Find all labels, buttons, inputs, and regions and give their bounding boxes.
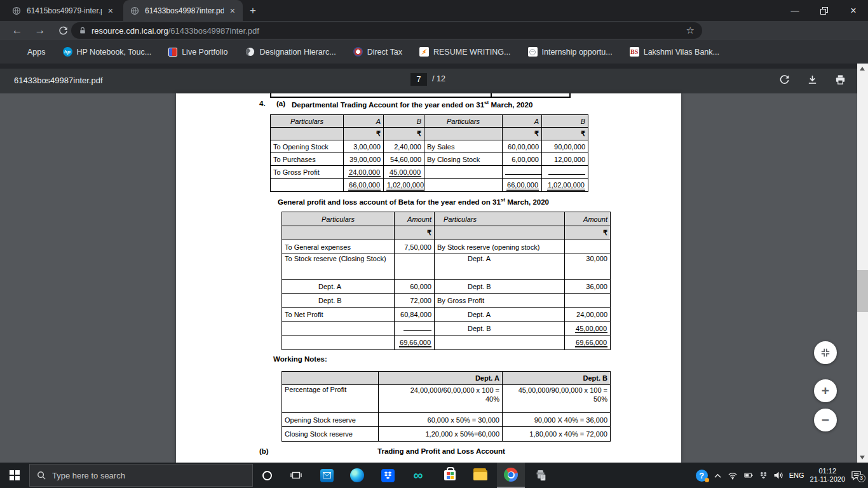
taskbar: ∞ ? ENG 01:1221-11-2020 3 [0,463,868,488]
search-icon [37,471,46,480]
clock[interactable]: 01:1221-11-2020 [810,467,845,484]
download-icon[interactable] [806,73,818,86]
volume-icon[interactable] [773,471,783,480]
bookmark-internship[interactable]: Internship opportu... [528,47,613,57]
hidden-icons-chevron[interactable] [714,473,722,478]
bookmark-live-portfolio[interactable]: Live Portfolio [168,48,227,57]
help-tray-icon[interactable]: ? [696,470,708,482]
cortana-icon [262,471,272,480]
print-icon[interactable] [834,73,846,86]
lock-icon [79,26,86,35]
windows-logo-icon [10,470,20,480]
hp-logo-icon: hp [63,47,72,57]
search-input[interactable] [52,471,230,480]
maximize-button[interactable] [810,0,839,21]
edge-browser-button[interactable] [343,463,371,488]
bs-logo-icon: BS [630,47,639,57]
cortana-button[interactable] [253,463,281,488]
scroll-up-arrow[interactable] [860,67,865,71]
table-row: Percentage of Profit 24,00,000/60,00,000… [282,385,611,413]
table-row: To General expenses7,50,000By Stock rese… [282,240,611,254]
tab-close-icon[interactable]: × [229,6,236,16]
apps-grid-icon [13,47,23,57]
bookmark-direct-tax[interactable]: Direct Tax [353,47,402,57]
close-button[interactable]: × [839,0,868,21]
table-row: To Purchases39,00,00054,60,000By Closing… [271,153,588,166]
dropbox-icon [381,469,395,482]
previous-table-remnant [270,93,571,98]
globe-icon [245,47,255,57]
fit-page-button[interactable] [814,341,837,364]
resume-icon [419,47,429,57]
notification-badge: 3 [857,474,865,482]
loom-app-button[interactable]: ∞ [404,463,432,488]
url-text: resource.cdn.icai.org/61433bos49987inter… [92,26,259,36]
departmental-trading-table: ParticularsABParticularsAB ₹₹₹₹ To Openi… [270,114,588,192]
new-tab-button[interactable]: + [245,3,261,18]
currency-row: ₹₹₹₹ [271,128,588,140]
bookmark-hp-notebook[interactable]: hp HP Notebook, Touc... [63,47,152,57]
wifi-icon[interactable] [728,471,738,480]
tab-1[interactable]: 61415bos49979-inter.pdf × [5,0,121,21]
back-icon[interactable]: ← [9,22,25,39]
page-number-input[interactable]: 7 [410,73,427,86]
table-row: To Stock reserve (Closing Stock)Dept. A3… [282,254,611,280]
working-notes-table: Dept. ADept. B Percentage of Profit 24,0… [281,371,611,442]
question-number: 4. [259,100,266,107]
currency-row: ₹₹ [282,226,611,240]
table-total-row: 66,00,0001,02,00,00066,00,0001,02,00,000 [271,179,588,192]
zoom-in-button[interactable]: + [814,379,837,402]
circle-minus-icon [528,47,538,57]
bookmark-apps[interactable]: Apps [13,47,46,57]
bookmark-designation-hierarchy[interactable]: Designation Hierarc... [245,47,336,57]
reload-icon[interactable] [55,22,71,39]
tab-close-icon[interactable]: × [107,6,114,16]
table-row: Closing Stock reserve1,20,000 x 50%=60,0… [282,427,611,442]
bookmark-resume-writing[interactable]: RESUME WRITING... [419,47,511,57]
store-icon [444,470,456,480]
file-explorer-button[interactable] [466,463,494,488]
chrome-icon [504,468,518,482]
infinity-icon: ∞ [414,469,423,482]
window-controls: — × [780,0,868,21]
table-row: To Net Profit60,84,000Dept. A24,00,000 [282,308,611,322]
microsoft-store-button[interactable] [436,463,464,488]
forward-icon[interactable]: → [32,22,48,39]
scanner-app-button[interactable] [527,463,555,488]
question-part: (a) [276,100,285,107]
url-field[interactable]: resource.cdn.icai.org/61433bos49987inter… [71,22,702,39]
table-header-row: ParticularsAmountParticularsAmount [282,212,611,226]
dropbox-app-button[interactable] [374,463,402,488]
system-tray: ? ENG 01:1221-11-2020 3 [696,463,865,488]
scroll-down-arrow[interactable] [860,456,865,459]
tab-2-active[interactable]: 61433bos49987inter.pdf × [123,0,243,21]
table-header-row: Dept. ADept. B [282,372,611,385]
bookmark-lakshmi-vilas-bank[interactable]: BS Lakshmi Vilas Bank... [630,47,719,57]
task-view-button[interactable] [282,463,310,488]
chrome-browser-button[interactable] [497,463,525,488]
table-row: Opening Stock reserve60,000 x 50% = 30,0… [282,413,611,427]
zoom-out-button[interactable]: − [814,409,837,431]
bookmark-star-icon[interactable]: ☆ [686,25,695,36]
pdf-filename: 61433bos49987inter.pdf [14,76,103,85]
table-row: Dept. B45,00,000 [282,322,611,336]
start-button[interactable] [0,463,29,488]
language-indicator[interactable]: ENG [789,471,804,479]
notification-center-icon[interactable]: 3 [851,470,862,480]
dropbox-tray-icon[interactable] [759,471,768,479]
working-notes-label: Working Notes: [273,355,327,363]
minimize-button[interactable]: — [780,0,810,21]
taskbar-search[interactable] [29,464,253,487]
table-row: To Opening Stock3,00,0002,40,000By Sales… [271,140,588,153]
scrollbar-thumb[interactable] [857,270,868,312]
battery-icon[interactable] [743,471,754,480]
mail-app-button[interactable] [313,463,341,488]
scrollbar [857,64,868,463]
pdf-viewer: 4. (a) Departmental Trading Account for … [0,93,868,463]
table-total-row: 69,66,00069,66,000 [282,336,611,350]
pdf-globe-icon [130,6,140,16]
page-total: / 12 [432,74,445,83]
rotate-icon[interactable] [778,73,790,86]
edge-icon [350,468,364,482]
pdf-page: 4. (a) Departmental Trading Account for … [176,93,681,463]
